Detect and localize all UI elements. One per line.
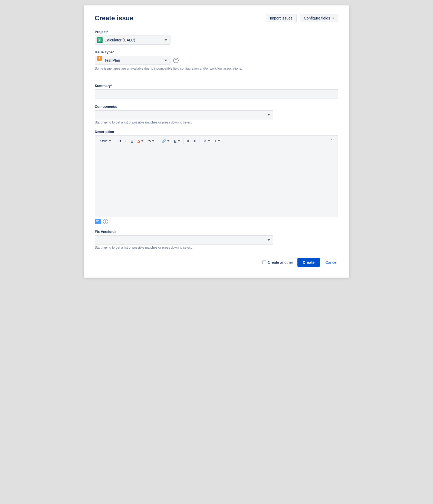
description-help-icon[interactable]: ? <box>103 219 108 224</box>
configure-fields-button[interactable]: Configure fields <box>300 14 338 22</box>
toolbar-text-color-button[interactable]: A <box>136 138 145 144</box>
modal-title: Create issue <box>95 14 133 22</box>
toolbar-sep-1 <box>115 138 115 144</box>
project-select-wrapper: Calculator (CALC) <box>95 35 170 45</box>
issue-type-select[interactable]: Test Plan <box>95 56 170 65</box>
chevron-down-icon <box>218 140 220 142</box>
issue-type-help-icon[interactable]: ? <box>173 58 179 63</box>
import-issues-button[interactable]: Import issues <box>266 14 296 22</box>
toolbar-style-button[interactable]: Style <box>98 138 113 144</box>
editor-footer: ? <box>95 219 338 224</box>
project-calc-icon <box>97 37 103 43</box>
issue-type-select-wrapper: T Test Plan <box>95 56 170 65</box>
header-actions: Import issues Configure fields <box>266 14 338 22</box>
cancel-button[interactable]: Cancel <box>324 258 338 267</box>
create-issue-modal: Create issue Import issues Configure fie… <box>84 5 349 278</box>
fix-version-label: Fix Version/s <box>95 230 338 234</box>
create-another-checkbox[interactable] <box>262 261 266 264</box>
issue-type-label: Issue Type* <box>95 50 338 54</box>
summary-field-group: Summary* <box>95 84 338 99</box>
description-editor: Style B I U A ᵃA <box>95 135 338 217</box>
create-another-label[interactable]: Create another <box>262 260 293 265</box>
issue-type-field-group: Issue Type* T Test Plan ? Some issue typ… <box>95 50 338 70</box>
issue-type-row: T Test Plan ? <box>95 56 338 65</box>
component-label: Component/s <box>95 105 338 109</box>
fix-version-field-group: Fix Version/s Start typing to get a list… <box>95 230 338 249</box>
fix-version-select[interactable] <box>95 235 273 245</box>
fix-version-hint: Start typing to get a list of possible m… <box>95 246 338 249</box>
toolbar-insert-button[interactable]: U <box>172 138 182 144</box>
toolbar-bold-button[interactable]: B <box>117 138 123 144</box>
svg-rect-0 <box>96 220 99 221</box>
project-required-marker: * <box>107 30 108 34</box>
chevron-down-icon <box>332 18 334 19</box>
component-field-group: Component/s Start typing to get a list o… <box>95 105 338 124</box>
chevron-down-icon <box>109 140 111 142</box>
toolbar-emoji-button[interactable]: ☺ <box>201 138 212 144</box>
description-footer-icon <box>95 219 101 224</box>
editor-toolbar: Style B I U A ᵃA <box>95 136 338 146</box>
description-editor-body[interactable] <box>95 146 338 217</box>
toolbar-link-button[interactable]: 🔗 <box>160 138 171 144</box>
component-select-wrapper <box>95 110 273 119</box>
toolbar-ordered-list-button[interactable]: ≡ <box>185 138 191 144</box>
toolbar-underline-button[interactable]: U <box>129 138 135 144</box>
chevron-down-icon <box>141 140 143 142</box>
project-field-group: Project* Calculator (CALC) <box>95 30 338 45</box>
toolbar-italic-button[interactable]: I <box>123 138 128 144</box>
issue-type-required-marker: * <box>113 50 114 54</box>
divider <box>95 77 338 77</box>
description-field-group: Description Style B I U A <box>95 130 338 224</box>
project-select[interactable]: Calculator (CALC) <box>95 35 170 45</box>
chevron-down-icon <box>152 140 154 142</box>
summary-input[interactable] <box>95 89 338 99</box>
chevron-down-icon <box>208 140 210 142</box>
component-select[interactable] <box>95 110 273 119</box>
description-label: Description <box>95 130 338 134</box>
chevron-down-icon <box>178 140 180 142</box>
issue-type-warning: Some issue types are unavailable due to … <box>95 67 338 70</box>
toolbar-sep-2 <box>158 138 158 144</box>
fix-version-select-wrapper <box>95 235 273 245</box>
chevron-down-icon <box>167 140 169 142</box>
modal-header: Create issue Import issues Configure fie… <box>95 14 338 22</box>
toolbar-more-button[interactable]: + <box>212 138 222 144</box>
summary-label: Summary* <box>95 84 338 88</box>
toolbar-collapse-button[interactable]: ⌃ <box>328 138 335 144</box>
toolbar-sep-3 <box>183 138 184 144</box>
test-plan-icon: T <box>97 56 102 61</box>
toolbar-font-size-button[interactable]: ᵃA <box>146 138 156 144</box>
summary-required-marker: * <box>111 84 112 88</box>
project-label: Project* <box>95 30 338 34</box>
form-footer: Create another Create Cancel <box>95 258 338 267</box>
component-hint: Start typing to get a list of possible m… <box>95 121 338 124</box>
toolbar-sep-4 <box>199 138 199 144</box>
svg-rect-1 <box>96 222 98 222</box>
toolbar-unordered-list-button[interactable]: ≡ <box>192 138 198 144</box>
create-button[interactable]: Create <box>297 258 320 267</box>
